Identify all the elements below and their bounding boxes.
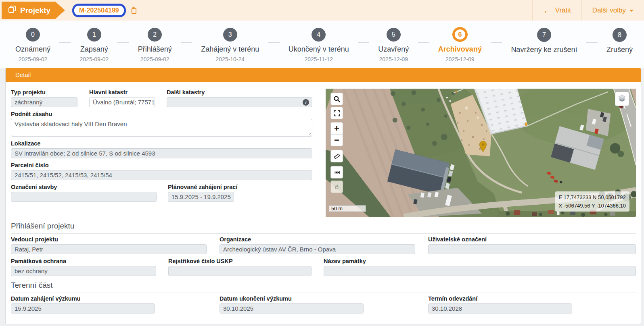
map-marker-pin [479, 141, 487, 152]
step-circle: 2 [148, 28, 162, 42]
uzivatelske-oznaceni-input[interactable] [428, 244, 636, 254]
stepper-step-1: 1Zapsaný2025-09-02 [80, 28, 109, 62]
termin-odevzdani-input[interactable]: 30.10.2028 [428, 303, 572, 314]
info-icon[interactable]: i [303, 99, 309, 106]
ruler-icon [333, 153, 341, 160]
field-label: Název památky [324, 258, 636, 265]
step-label: Archivovaný [438, 45, 482, 54]
detail-panel: Detail Typ projektu záchranný Hlavní kat… [5, 68, 641, 324]
field-label: Typ projektu [11, 89, 77, 96]
step-date: 2025-09-02 [80, 56, 109, 62]
field-label: Označení stavby [11, 184, 157, 191]
step-date: 2025-12-09 [379, 56, 408, 62]
field-label: Plánované zahájení prací [168, 184, 234, 191]
stepper-step-4: 4Ukončený v terénu2025-11-12 [289, 28, 349, 62]
step-circle: 0 [26, 28, 40, 42]
step-circle: 4 [312, 28, 326, 42]
step-circle: 7 [537, 28, 551, 42]
step-connector [349, 28, 378, 62]
detail-panel-header: Detail [6, 68, 641, 82]
planovane-zahajeni-input[interactable]: 15.9.2025 - 19.9.2025 [168, 192, 234, 202]
stepper-step-0: 0Oznámený2025-09-02 [15, 28, 50, 62]
step-date: 2025-09-02 [19, 56, 48, 62]
more-options-button[interactable]: Další volby [581, 0, 644, 21]
step-label: Oznámený [15, 45, 50, 54]
brand-label: Projekty [20, 6, 50, 15]
field-label: Uživatelské označení [428, 236, 636, 243]
step-date: 2025-12-09 [445, 56, 475, 62]
caret-down-icon [629, 10, 634, 12]
copy-icon [130, 6, 137, 14]
step-label: Zrušený [606, 46, 633, 54]
zoom-out-button[interactable]: − [331, 134, 343, 146]
step-date: 2025-11-12 [305, 56, 333, 62]
field-label: Další katastry [167, 89, 312, 96]
copy-id-button[interactable] [130, 6, 137, 14]
field-label: Datum ukončení výzkumu [220, 295, 415, 302]
section-title-prihlaseni: Přihlášení projektu [11, 222, 636, 230]
back-button[interactable]: ← Vrátit [532, 0, 581, 21]
step-circle: 1 [87, 28, 101, 42]
step-label: Uzavřený [378, 45, 409, 54]
step-connector [50, 28, 79, 62]
section-title-terenni: Terenní část [11, 281, 636, 290]
field-label: Termín odevzdání [428, 295, 636, 302]
lock-icon [334, 184, 340, 190]
map-coords-wgs: E 17,7473233 N 50,0501792 [559, 193, 626, 201]
step-connector [482, 28, 511, 62]
step-label: Přihlášený [138, 45, 172, 54]
stepper-step-5: 5Uzavřený2025-12-09 [378, 28, 409, 62]
vedouci-projektu-input[interactable]: Rataj, Petr [11, 244, 207, 254]
projects-stack-icon [8, 5, 16, 15]
field-label: Organizace [220, 236, 415, 243]
zoom-in-button[interactable]: + [331, 123, 343, 134]
step-label: Zapsaný [80, 45, 108, 54]
rejstrikove-cislo-input[interactable] [168, 266, 312, 276]
map-lock-button[interactable] [330, 181, 343, 193]
back-label: Vrátit [555, 6, 571, 15]
hlavni-katastr-input[interactable]: Úvalno (Bruntál; 775711) [89, 97, 155, 107]
step-circle: 5 [387, 28, 401, 42]
step-connector [259, 28, 288, 62]
step-date: 2025-10-24 [215, 56, 245, 62]
field-label: Památková ochrana [11, 258, 156, 265]
project-id: M-202504199 [79, 7, 119, 14]
typ-projektu-input[interactable]: záchranný [11, 97, 77, 107]
step-connector [409, 28, 438, 62]
map-measure-button[interactable] [330, 150, 343, 162]
map[interactable]: + − [326, 89, 636, 217]
step-circle: 6 [452, 27, 468, 42]
step-label: Ukončený v terénu [289, 45, 349, 54]
more-options-label: Další volby [592, 6, 626, 15]
nazev-pamatky-input[interactable] [324, 266, 636, 276]
step-connector [109, 28, 138, 62]
project-id-badge[interactable]: M-202504199 [72, 4, 126, 17]
skip-back-icon [334, 169, 340, 176]
map-history-back-button[interactable] [330, 166, 343, 179]
field-label: Parcelní číslo [11, 162, 312, 169]
datum-zahajeni-input[interactable]: 15.9.2025 [11, 303, 155, 314]
map-zoom-controls: + − [330, 122, 343, 146]
pamatkova-ochrana-input[interactable]: bez ochrany [11, 266, 156, 276]
oznaceni-stavby-input[interactable] [11, 192, 157, 202]
field-label: Rejstříkové číslo USKP [168, 258, 312, 265]
stepper-step-3: 3Zahájený v terénu2025-10-24 [201, 28, 259, 62]
organizace-input[interactable]: Archeologický ústav AV ČR, Brno - Opava [220, 244, 415, 254]
datum-ukonceni-input[interactable]: 30.10.2025 [220, 303, 364, 314]
field-label: Hlavní katastr [89, 89, 155, 96]
field-label: Vedoucí projektu [11, 236, 207, 243]
dalsi-katastry-input[interactable]: i [167, 97, 312, 107]
stepper-step-6: 6Archivovaný2025-12-09 [438, 28, 482, 62]
app-brand[interactable]: Projekty [2, 2, 65, 19]
lokalizace-input[interactable]: SV intravilán obce; Z od silnice 57, S o… [11, 148, 312, 158]
map-fullscreen-button[interactable] [330, 107, 343, 119]
parcelni-cislo-input[interactable]: 2415/51, 2415/52, 2415/53, 2415/54 [11, 170, 312, 180]
layers-icon [617, 94, 627, 104]
podnet-zasahu-textarea[interactable]: Výstavba skladovací haly VIII Den Braven [11, 119, 312, 137]
step-circle: 3 [223, 28, 237, 42]
stepper-step-2: 2Přihlášený2025-09-02 [138, 28, 172, 62]
map-coordinates: E 17,7473233 N 50,0501792 X -506749,56 Y… [555, 191, 630, 212]
map-search-button[interactable] [330, 93, 343, 105]
map-layers-button[interactable] [615, 92, 629, 106]
top-navbar: Projekty M-202504199 ← Vrátit Další volb… [0, 0, 644, 21]
